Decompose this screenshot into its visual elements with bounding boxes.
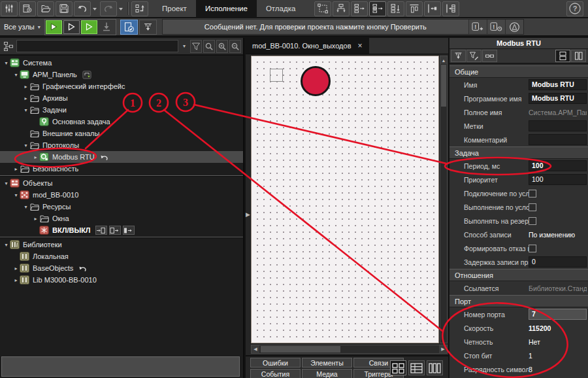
- chevron-down-icon[interactable]: [118, 1, 124, 16]
- explorer-search-input[interactable]: [16, 40, 178, 52]
- view-table-button[interactable]: [408, 360, 425, 375]
- tree-item-lib-m3000-bb-0010[interactable]: ▸Lib M3000-BB-0010: [0, 274, 243, 286]
- property-group-отношения[interactable]: Отношения: [449, 269, 588, 281]
- run-all-button[interactable]: [46, 20, 62, 34]
- map-out-icon[interactable]: [123, 226, 135, 235]
- search-next-button[interactable]: [216, 40, 228, 53]
- vertical-scrollbar[interactable]: ▲: [440, 56, 448, 343]
- search-prev-button[interactable]: [229, 40, 241, 53]
- canvas-circle-element[interactable]: [301, 66, 331, 96]
- expander-open-icon[interactable]: ▾: [12, 192, 20, 198]
- property-value[interactable]: 100: [529, 174, 587, 185]
- restart-project-button[interactable]: [131, 1, 148, 16]
- tree-item-библиотеки[interactable]: ▾Библиотеки: [0, 239, 243, 250]
- properties-mapping-button[interactable]: [451, 50, 466, 62]
- layout-rows-button[interactable]: [555, 50, 570, 62]
- properties-link-button[interactable]: [482, 50, 497, 62]
- align-rows-button[interactable]: [442, 1, 459, 16]
- property-value[interactable]: 0: [529, 256, 587, 267]
- search-dropdown-button[interactable]: ▾: [180, 40, 189, 53]
- tree-item-система[interactable]: ▾Система: [0, 57, 243, 69]
- property-checkbox[interactable]: [529, 203, 536, 211]
- tree-item-ресурсы[interactable]: ▾Ресурсы: [0, 201, 243, 213]
- tree-item-объекты[interactable]: ▾Объекты: [0, 177, 243, 189]
- filter-button[interactable]: [190, 40, 202, 53]
- expander-closed-icon[interactable]: ▸: [32, 216, 39, 222]
- property-checkbox[interactable]: [529, 217, 536, 225]
- vertical-scroll-thumb[interactable]: [441, 65, 446, 107]
- view-columns-button[interactable]: [427, 360, 443, 375]
- canvas-checkbox-element[interactable]: [270, 69, 283, 82]
- alerts-button[interactable]: [505, 20, 523, 34]
- align-top-button[interactable]: [406, 1, 423, 16]
- tree-item-графический-интерфейс[interactable]: ▸Графический интерфейс: [0, 80, 243, 92]
- property-value[interactable]: Modbus RTU: [529, 93, 587, 104]
- chevron-down-icon[interactable]: [91, 1, 98, 16]
- help-button[interactable]: ?: [566, 1, 583, 16]
- run-node-button[interactable]: [63, 20, 80, 34]
- errors-add-button[interactable]: !: [468, 20, 487, 34]
- nodes-selector[interactable]: Все узлы ▾: [2, 23, 44, 31]
- expander-open-icon[interactable]: ▾: [3, 242, 10, 248]
- distribute-v-button[interactable]: [387, 1, 404, 16]
- panel-collapse-arrow-icon[interactable]: ▶: [246, 211, 250, 218]
- hierarchy-icon[interactable]: [2, 39, 15, 53]
- expander-open-icon[interactable]: ▾: [22, 143, 29, 148]
- tree-item-протоколы[interactable]: ▾Протоколы: [0, 139, 243, 151]
- expander-open-icon[interactable]: ▾: [12, 72, 20, 78]
- expander-closed-icon[interactable]: ▸: [12, 266, 20, 271]
- align-tree-button[interactable]: [333, 1, 350, 16]
- scroll-left-icon[interactable]: ◀: [252, 345, 259, 353]
- property-value[interactable]: [529, 120, 587, 131]
- bottom-tab-ошибки[interactable]: Ошибки: [250, 358, 301, 368]
- select-frame-button[interactable]: [314, 1, 331, 16]
- load-to-node-button[interactable]: [99, 20, 115, 34]
- tree-item-задачи[interactable]: ▾Задачи: [0, 104, 243, 116]
- settings-gear-button[interactable]: [19, 1, 36, 16]
- tree-item-baseobjects[interactable]: ▸BaseObjects: [0, 262, 243, 274]
- expander-open-icon[interactable]: ▾: [22, 107, 29, 113]
- expander-open-icon[interactable]: ▾: [22, 204, 29, 210]
- expander-closed-icon[interactable]: ▸: [22, 84, 29, 90]
- property-value[interactable]: [529, 134, 587, 145]
- bottom-tab-события[interactable]: События: [250, 369, 301, 378]
- expander-closed-icon[interactable]: ▸: [22, 95, 29, 101]
- document-tab[interactable]: mod_BB-0010. Окно_выходов ×: [246, 38, 369, 54]
- tree-item-modbus-rtu[interactable]: ▸Modbus RTU: [0, 151, 243, 163]
- property-group-задача[interactable]: Задача: [449, 146, 588, 159]
- horizontal-scroll-thumb[interactable]: [261, 346, 340, 352]
- bottom-tab-медиа[interactable]: Медиа: [302, 369, 352, 378]
- property-group-общие[interactable]: Общие: [449, 65, 588, 78]
- map-io-icon[interactable]: [109, 226, 121, 235]
- properties-filter-button[interactable]: [466, 50, 482, 62]
- distribute-h-button[interactable]: [351, 1, 368, 16]
- undo-icon[interactable]: [78, 264, 88, 273]
- expander-open-icon[interactable]: ▾: [3, 180, 10, 186]
- bottom-tab-элементы[interactable]: Элементы: [302, 358, 352, 368]
- property-checkbox[interactable]: [529, 245, 536, 252]
- expander-closed-icon[interactable]: ▸: [12, 277, 20, 283]
- scroll-right-icon[interactable]: ▶: [439, 345, 447, 353]
- close-icon[interactable]: ×: [358, 42, 363, 50]
- apply-changes-button[interactable]: [139, 20, 157, 35]
- tab-проект[interactable]: Проект: [153, 0, 196, 18]
- tree-item-вкл-выкл[interactable]: ВКЛ/ВЫКЛ: [0, 224, 243, 236]
- tree-item-архивы[interactable]: ▸Архивы: [0, 92, 243, 104]
- expander-closed-icon[interactable]: ▸: [32, 154, 39, 160]
- expander-closed-icon[interactable]: ▸: [12, 166, 20, 172]
- distribute-h-alt-button[interactable]: [369, 1, 386, 16]
- node-run-icon[interactable]: [82, 70, 92, 79]
- map-in-icon[interactable]: [95, 226, 107, 235]
- errors-pending-button[interactable]: !: [487, 20, 505, 34]
- search-button[interactable]: [203, 40, 215, 53]
- expander-open-icon[interactable]: ▾: [3, 60, 10, 66]
- tree-item-окна[interactable]: ▸Окна: [0, 213, 243, 224]
- tree-item-внешние-каналы[interactable]: Внешние каналы: [0, 128, 243, 139]
- check-project-button[interactable]: [120, 20, 138, 35]
- horizontal-scrollbar[interactable]: ◀ ▶: [251, 345, 448, 354]
- property-group-порт[interactable]: Порт: [449, 295, 588, 307]
- tree-item-локальная[interactable]: Локальная: [0, 250, 243, 262]
- tree-item-безопасность[interactable]: ▸Безопасность: [0, 163, 243, 175]
- run-debug-button[interactable]: [81, 20, 97, 34]
- property-checkbox[interactable]: [529, 190, 536, 198]
